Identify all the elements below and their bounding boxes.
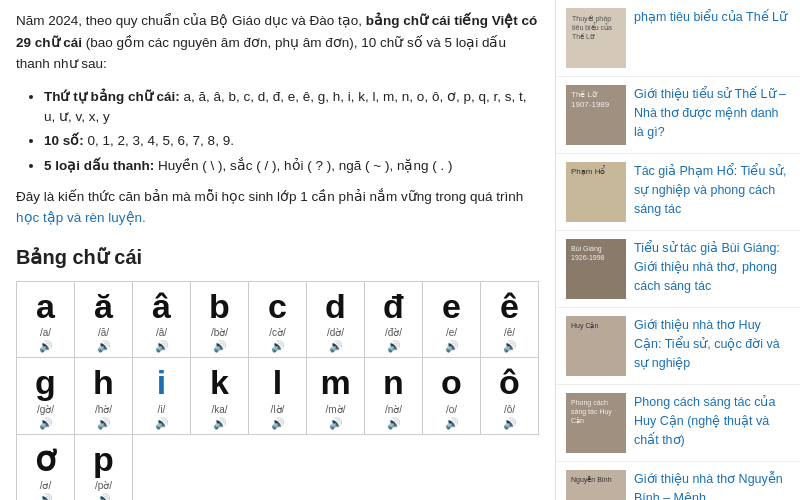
footer-highlight: học tập và rèn luyện. bbox=[16, 210, 146, 225]
letter-cell-d: d /dờ/ 🔊 bbox=[307, 282, 365, 358]
letter-cell-ee: ê /ê/ 🔊 bbox=[481, 282, 539, 358]
section-title: Bảng chữ cái bbox=[16, 245, 539, 269]
intro-text-after: (bao gồm các nguyên âm đơn, phụ âm đơn),… bbox=[16, 35, 506, 72]
letter-cell-aw: ă /ă/ 🔊 bbox=[75, 282, 133, 358]
sidebar-thumb-7: Nguyễn Bính bbox=[566, 470, 626, 500]
speaker-icon-e[interactable]: 🔊 bbox=[445, 340, 459, 353]
sidebar-thumb-5: Huy Cận bbox=[566, 316, 626, 376]
sidebar-item-2: Thế Lữ1907-1989 Giới thiệu tiểu sử Thế L… bbox=[556, 77, 800, 154]
speaker-icon-ee[interactable]: 🔊 bbox=[503, 340, 517, 353]
bullet-content-tones: Huyền ( \ ), sắc ( / ), hỏi ( ? ), ngã (… bbox=[158, 158, 452, 173]
sidebar-thumb-3: Phạm Hổ bbox=[566, 162, 626, 222]
speaker-icon-aw[interactable]: 🔊 bbox=[97, 340, 111, 353]
speaker-icon-d[interactable]: 🔊 bbox=[329, 340, 343, 353]
speaker-icon-c[interactable]: 🔊 bbox=[271, 340, 285, 353]
bullet-label-tones: 5 loại dấu thanh: bbox=[44, 158, 154, 173]
bullet-list: Thứ tự bảng chữ cái: a, ă, â, b, c, d, đ… bbox=[44, 87, 539, 176]
letter-cell-m: m /mờ/ 🔊 bbox=[307, 358, 365, 434]
speaker-icon-b[interactable]: 🔊 bbox=[213, 340, 227, 353]
letter-cell-ow: ơ /ơ/ 🔊 bbox=[17, 435, 75, 500]
letter-cell-p: p /pờ/ 🔊 bbox=[75, 435, 133, 500]
speaker-icon-oh[interactable]: 🔊 bbox=[503, 417, 517, 430]
sidebar-thumb-4: Bùi Giáng1926-1998 bbox=[566, 239, 626, 299]
speaker-icon-ow[interactable]: 🔊 bbox=[39, 493, 53, 500]
sidebar-link-5[interactable]: Giới thiệu nhà thơ Huy Cận: Tiểu sử, cuộ… bbox=[634, 316, 790, 372]
letter-cell-e: e /e/ 🔊 bbox=[423, 282, 481, 358]
intro-text-before: Năm 2024, theo quy chuẩn của Bộ Giáo dục… bbox=[16, 13, 366, 28]
speaker-icon-h[interactable]: 🔊 bbox=[97, 417, 111, 430]
sidebar-link-6[interactable]: Phong cách sáng tác của Huy Cận (nghệ th… bbox=[634, 393, 790, 449]
sidebar-thumb-6: Phong cách sáng tác Huy Cận bbox=[566, 393, 626, 453]
speaker-icon-g[interactable]: 🔊 bbox=[39, 417, 53, 430]
alphabet-grid: a /a/ 🔊 ă /ă/ 🔊 â /â/ 🔊 b /bờ/ 🔊 c /cờ/ … bbox=[16, 281, 539, 500]
letter-cell-a: a /a/ 🔊 bbox=[17, 282, 75, 358]
speaker-icon-dd[interactable]: 🔊 bbox=[387, 340, 401, 353]
sidebar-item-1: Thuyết pháp tiêu biểu của Thế Lữ phạm ti… bbox=[556, 0, 800, 77]
letter-cell-g: g /gờ/ 🔊 bbox=[17, 358, 75, 434]
bullet-item-tones: 5 loại dấu thanh: Huyền ( \ ), sắc ( / )… bbox=[44, 156, 539, 176]
sidebar-thumb-1: Thuyết pháp tiêu biểu của Thế Lữ bbox=[566, 8, 626, 68]
speaker-icon-p[interactable]: 🔊 bbox=[97, 493, 111, 500]
letter-cell-oh: ô /ô/ 🔊 bbox=[481, 358, 539, 434]
speaker-icon-o[interactable]: 🔊 bbox=[445, 417, 459, 430]
speaker-icon-k[interactable]: 🔊 bbox=[213, 417, 227, 430]
sidebar-link-3[interactable]: Tác giả Phạm Hổ: Tiểu sử, sự nghiệp và p… bbox=[634, 162, 790, 218]
sidebar-item-6: Phong cách sáng tác Huy Cận Phong cách s… bbox=[556, 385, 800, 462]
letter-cell-c: c /cờ/ 🔊 bbox=[249, 282, 307, 358]
sidebar-link-4[interactable]: Tiểu sử tác giả Bùi Giáng: Giới thiệu nh… bbox=[634, 239, 790, 295]
letter-cell-h: h /hờ/ 🔊 bbox=[75, 358, 133, 434]
speaker-icon-l[interactable]: 🔊 bbox=[271, 417, 285, 430]
sidebar: Thuyết pháp tiêu biểu của Thế Lữ phạm ti… bbox=[555, 0, 800, 500]
letter-cell-l: l /lờ/ 🔊 bbox=[249, 358, 307, 434]
letter-cell-k: k /ka/ 🔊 bbox=[191, 358, 249, 434]
bullet-item-alphabet: Thứ tự bảng chữ cái: a, ă, â, b, c, d, đ… bbox=[44, 87, 539, 128]
bullet-content-numbers: 0, 1, 2, 3, 4, 5, 6, 7, 8, 9. bbox=[88, 133, 234, 148]
speaker-icon-i[interactable]: 🔊 bbox=[155, 417, 169, 430]
letter-cell-i: i /i/ 🔊 bbox=[133, 358, 191, 434]
sidebar-item-7: Nguyễn Bính Giới thiệu nhà thơ Nguyễn Bí… bbox=[556, 462, 800, 500]
main-content: Năm 2024, theo quy chuẩn của Bộ Giáo dục… bbox=[0, 0, 555, 500]
letter-cell-ah: â /â/ 🔊 bbox=[133, 282, 191, 358]
intro-paragraph: Năm 2024, theo quy chuẩn của Bộ Giáo dục… bbox=[16, 10, 539, 75]
letter-cell-n: n /nờ/ 🔊 bbox=[365, 358, 423, 434]
bullet-label-numbers: 10 số: bbox=[44, 133, 84, 148]
letter-cell-o: o /o/ 🔊 bbox=[423, 358, 481, 434]
speaker-icon-a[interactable]: 🔊 bbox=[39, 340, 53, 353]
bullet-item-numbers: 10 số: 0, 1, 2, 3, 4, 5, 6, 7, 8, 9. bbox=[44, 131, 539, 151]
speaker-icon-n[interactable]: 🔊 bbox=[387, 417, 401, 430]
sidebar-link-2[interactable]: Giới thiệu tiểu sử Thế Lữ – Nhà thơ được… bbox=[634, 85, 790, 141]
sidebar-link-1[interactable]: phạm tiêu biểu của Thế Lữ bbox=[634, 8, 790, 27]
letter-cell-b: b /bờ/ 🔊 bbox=[191, 282, 249, 358]
sidebar-thumb-2: Thế Lữ1907-1989 bbox=[566, 85, 626, 145]
bullet-label-alphabet: Thứ tự bảng chữ cái: bbox=[44, 89, 180, 104]
speaker-icon-m[interactable]: 🔊 bbox=[329, 417, 343, 430]
letter-cell-dd: đ /đờ/ 🔊 bbox=[365, 282, 423, 358]
sidebar-item-4: Bùi Giáng1926-1998 Tiểu sử tác giả Bùi G… bbox=[556, 231, 800, 308]
sidebar-item-5: Huy Cận Giới thiệu nhà thơ Huy Cận: Tiểu… bbox=[556, 308, 800, 385]
sidebar-link-7[interactable]: Giới thiệu nhà thơ Nguyễn Bính – Mệnh... bbox=[634, 470, 790, 500]
sidebar-item-3: Phạm Hổ Tác giả Phạm Hổ: Tiểu sử, sự ngh… bbox=[556, 154, 800, 231]
footer-paragraph: Đây là kiến thức căn bản mà mỗi học sinh… bbox=[16, 186, 539, 229]
speaker-icon-ah[interactable]: 🔊 bbox=[155, 340, 169, 353]
